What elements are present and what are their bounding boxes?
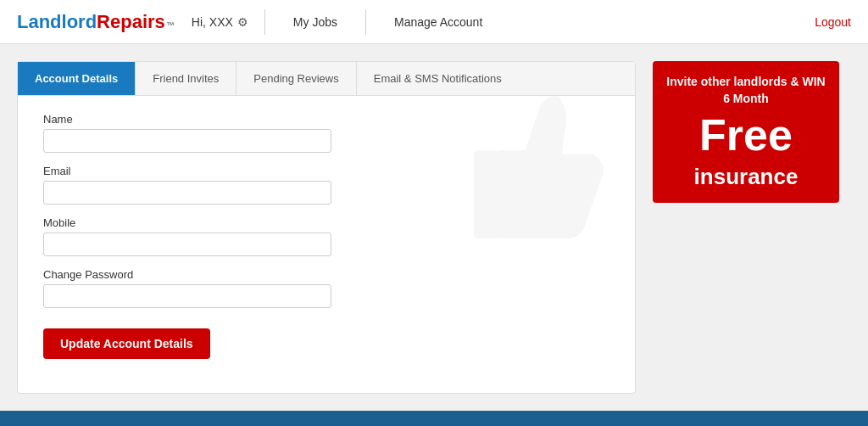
tab-friend-invites[interactable]: Friend Invites — [136, 62, 236, 95]
nav-my-jobs[interactable]: My Jobs — [278, 15, 353, 29]
password-label: Change Password — [43, 268, 609, 281]
name-input[interactable] — [43, 129, 331, 153]
form-area: Name Email Mobile Change Password Update… — [18, 96, 635, 376]
footer: ❔ FAQ 💬 Contact 👥 The Team Landlords Mak… — [0, 411, 868, 426]
tab-email-sms[interactable]: Email & SMS Notifications — [357, 62, 519, 95]
gear-icon[interactable]: ⚙ — [237, 15, 248, 29]
sidebar-ad: Invite other landlords & WIN 6 Month Fre… — [653, 61, 839, 203]
nav-manage-account[interactable]: Manage Account — [379, 15, 498, 29]
tabs: Account Details Friend Invites Pending R… — [18, 62, 635, 96]
mobile-group: Mobile — [43, 216, 609, 256]
email-label: Email — [43, 165, 609, 177]
ad-free: Free — [665, 111, 826, 160]
mobile-label: Mobile — [43, 216, 609, 229]
logo-repairs: Repairs — [97, 11, 165, 33]
mobile-input[interactable] — [43, 233, 331, 256]
nav-divider — [365, 9, 366, 35]
tab-pending-reviews[interactable]: Pending Reviews — [236, 62, 356, 95]
email-input[interactable] — [43, 181, 331, 205]
password-input[interactable] — [43, 284, 331, 308]
header-right: Logout — [815, 14, 851, 30]
logout-link[interactable]: Logout — [815, 15, 851, 29]
header-greeting: Hi, XXX ⚙ — [192, 15, 248, 29]
update-account-button[interactable]: Update Account Details — [43, 328, 210, 359]
ad-insurance: insurance — [665, 164, 826, 190]
greeting-text: Hi, XXX — [192, 15, 233, 29]
password-group: Change Password — [43, 268, 609, 308]
account-card: Account Details Friend Invites Pending R… — [17, 61, 636, 394]
name-group: Name — [43, 113, 609, 153]
header-divider — [264, 9, 265, 35]
tab-account-details[interactable]: Account Details — [18, 62, 136, 95]
main-content: Account Details Friend Invites Pending R… — [0, 44, 868, 411]
email-group: Email — [43, 165, 609, 205]
logo-landlord: Landlord — [17, 11, 97, 33]
ad-title: Invite other landlords & WIN 6 Month — [665, 74, 826, 107]
header: Landlord Repairs ™ Hi, XXX ⚙ My Jobs Man… — [0, 0, 868, 44]
logo: Landlord Repairs ™ — [17, 11, 175, 33]
logo-tm: ™ — [166, 20, 175, 30]
header-nav: My Jobs Manage Account — [278, 9, 815, 35]
name-label: Name — [43, 113, 609, 126]
